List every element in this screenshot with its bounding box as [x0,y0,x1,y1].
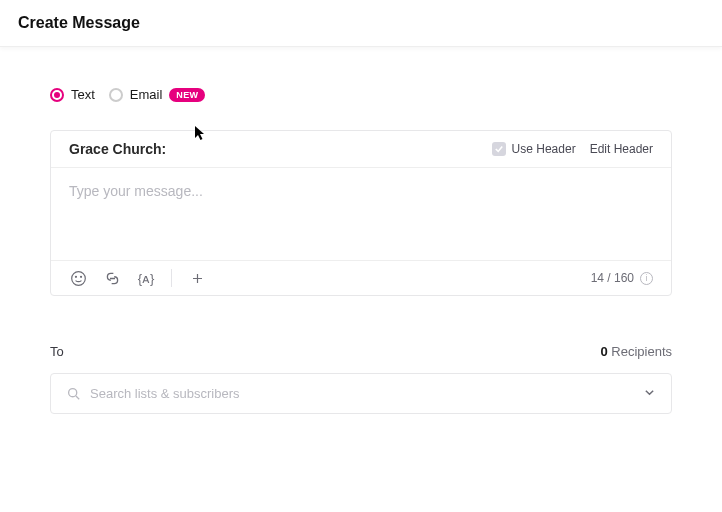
char-count: 14 / 160 i [591,271,653,285]
svg-point-1 [75,276,76,277]
message-placeholder: Type your message... [69,183,203,199]
page-title: Create Message [18,14,704,32]
message-type-tabs: Text Email NEW [50,87,672,102]
tab-email-label: Email [130,87,163,102]
chevron-down-icon[interactable] [644,387,655,401]
tab-text[interactable]: Text [50,87,95,102]
message-composer: Grace Church: Use Header Edit Header Typ… [50,130,672,296]
edit-header-link[interactable]: Edit Header [590,142,653,156]
message-input[interactable]: Type your message... [51,168,671,260]
tab-text-label: Text [71,87,95,102]
toolbar-divider [171,269,172,287]
composer-toolbar: {ᴀ} 14 / 160 i [51,260,671,295]
search-icon [67,387,80,400]
char-count-value: 14 / 160 [591,271,634,285]
checkbox-icon [492,142,506,156]
use-header-toggle[interactable]: Use Header [492,142,576,156]
link-icon[interactable] [103,269,121,287]
svg-point-0 [71,271,85,285]
recipient-search[interactable]: Search lists & subscribers [50,373,672,414]
recipient-search-placeholder: Search lists & subscribers [90,386,634,401]
sender-name: Grace Church: [69,141,492,157]
radio-icon [109,88,123,102]
plus-icon[interactable] [188,269,206,287]
emoji-icon[interactable] [69,269,87,287]
composer-header: Grace Church: Use Header Edit Header [51,131,671,168]
page-header: Create Message [0,0,722,47]
recipients-section: To 0 Recipients Search lists & subscribe… [50,344,672,414]
svg-point-3 [69,389,77,397]
recipients-count-value: 0 [600,344,607,359]
svg-point-2 [80,276,81,277]
header-actions: Use Header Edit Header [492,142,653,156]
merge-tag-icon[interactable]: {ᴀ} [137,269,155,287]
to-label: To [50,344,64,359]
recipients-header: To 0 Recipients [50,344,672,359]
info-icon[interactable]: i [640,272,653,285]
use-header-label: Use Header [512,142,576,156]
radio-icon [50,88,64,102]
recipients-count-label: Recipients [611,344,672,359]
new-badge: NEW [169,88,205,102]
content-area: Text Email NEW Grace Church: Use Header … [0,47,722,414]
recipients-count: 0 Recipients [600,344,672,359]
tab-email[interactable]: Email NEW [109,87,205,102]
